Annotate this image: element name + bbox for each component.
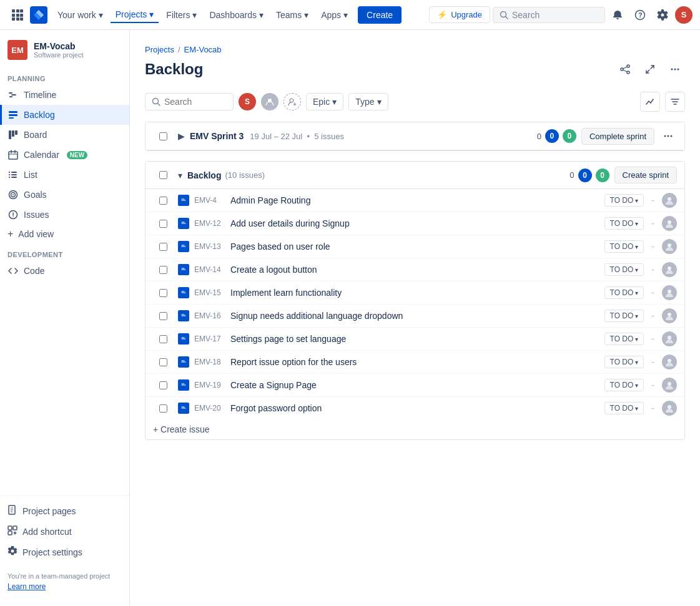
- svg-rect-45: [8, 531, 12, 535]
- global-search[interactable]: Search: [493, 7, 605, 23]
- status-badge[interactable]: TO DO ▾: [604, 310, 644, 322]
- share-button[interactable]: [615, 59, 635, 79]
- status-badge[interactable]: TO DO ▾: [604, 379, 644, 391]
- avatar[interactable]: [662, 262, 677, 277]
- nav-dashboards[interactable]: Dashboards ▾: [204, 7, 269, 22]
- chart-button[interactable]: [640, 92, 660, 112]
- backlog-select-all[interactable]: [159, 171, 167, 179]
- project-type: Software project: [34, 51, 83, 59]
- issue-name[interactable]: Create a Signup Page: [230, 380, 599, 390]
- sidebar-item-board[interactable]: Board: [0, 125, 129, 145]
- table-row: EMV-13 Pages based on user role TO DO ▾ …: [145, 235, 684, 258]
- issue-name[interactable]: Signup needs additional language dropdow…: [230, 311, 599, 321]
- status-badge[interactable]: TO DO ▾: [604, 286, 644, 299]
- project-settings-button[interactable]: Project settings: [0, 542, 129, 562]
- status-badge[interactable]: TO DO ▾: [604, 194, 644, 207]
- status-badge[interactable]: TO DO ▾: [604, 356, 644, 368]
- backlog-section-header[interactable]: ▾ Backlog (10 issues) 0 0 0 Create sprin…: [145, 162, 684, 189]
- upgrade-button[interactable]: ⚡ Upgrade: [429, 6, 490, 23]
- sidebar-item-calendar[interactable]: Calendar NEW: [0, 145, 129, 165]
- nav-filters[interactable]: Filters ▾: [161, 7, 202, 22]
- user-avatar[interactable]: S: [675, 6, 693, 24]
- avatar[interactable]: [662, 354, 677, 369]
- svg-rect-17: [9, 111, 17, 113]
- breadcrumb-projects[interactable]: Projects: [145, 45, 174, 54]
- issue-name[interactable]: Pages based on user role: [230, 242, 599, 252]
- issue-checkbox[interactable]: [159, 381, 167, 389]
- svg-point-69: [671, 135, 673, 137]
- issue-checkbox[interactable]: [159, 220, 167, 228]
- team-avatar-filter[interactable]: [261, 93, 279, 110]
- avatar[interactable]: [662, 239, 677, 254]
- project-pages-button[interactable]: Project pages: [0, 501, 129, 521]
- user-avatar-filter[interactable]: S: [239, 93, 256, 110]
- status-badge[interactable]: TO DO ▾: [604, 333, 644, 345]
- create-sprint-button[interactable]: Create sprint: [614, 167, 677, 183]
- more-button[interactable]: [665, 59, 685, 79]
- story-icon: [178, 333, 189, 345]
- avatar[interactable]: [662, 216, 677, 231]
- epic-filter[interactable]: Epic ▾: [306, 93, 343, 110]
- sidebar-item-goals[interactable]: Goals: [0, 185, 129, 205]
- help-icon[interactable]: ?: [630, 5, 650, 25]
- sidebar-item-list[interactable]: List: [0, 165, 129, 185]
- nav-teams[interactable]: Teams ▾: [271, 7, 313, 22]
- sidebar-item-backlog[interactable]: Backlog: [0, 105, 129, 125]
- issue-id: EMV-4: [194, 196, 225, 205]
- status-badge[interactable]: TO DO ▾: [604, 402, 644, 414]
- expand-button[interactable]: [640, 59, 660, 79]
- issue-id: EMV-14: [194, 265, 225, 274]
- sprint-select-all[interactable]: [159, 132, 167, 140]
- issue-checkbox[interactable]: [159, 266, 167, 274]
- issue-name[interactable]: Settings page to set language: [230, 334, 599, 344]
- svg-rect-4: [16, 14, 19, 17]
- settings-icon[interactable]: [653, 5, 673, 25]
- avatar[interactable]: [662, 308, 677, 323]
- nav-your-work[interactable]: Your work ▾: [52, 7, 108, 22]
- issue-name[interactable]: Report issue option for the users: [230, 357, 599, 367]
- issue-name[interactable]: Forgot password option: [230, 403, 599, 413]
- avatar[interactable]: [662, 401, 677, 416]
- issue-checkbox[interactable]: [159, 243, 167, 251]
- create-button[interactable]: Create: [358, 6, 402, 24]
- issue-checkbox[interactable]: [159, 358, 167, 366]
- issue-checkbox[interactable]: [159, 404, 167, 413]
- issue-checkbox[interactable]: [159, 289, 167, 297]
- nav-projects[interactable]: Projects ▾: [111, 7, 159, 23]
- settings-filter-button[interactable]: [665, 92, 685, 112]
- breadcrumb-project-name[interactable]: EM-Vocab: [184, 45, 222, 54]
- type-filter[interactable]: Type ▾: [348, 93, 388, 110]
- sidebar-item-timeline[interactable]: Timeline: [0, 85, 129, 105]
- add-member-button[interactable]: [283, 93, 301, 110]
- status-badge[interactable]: TO DO ▾: [604, 217, 644, 230]
- sprint-header[interactable]: ▶ EMV Sprint 3 19 Jul – 22 Jul • 5 issue…: [145, 122, 684, 150]
- status-badge[interactable]: TO DO ▾: [604, 240, 644, 253]
- issue-id: EMV-15: [194, 288, 225, 297]
- issue-name[interactable]: Create a logout button: [230, 265, 599, 275]
- sidebar-item-code[interactable]: Code: [0, 261, 129, 281]
- add-shortcut-button[interactable]: Add shortcut: [0, 521, 129, 542]
- issue-name[interactable]: Admin Page Routing: [230, 195, 599, 205]
- notifications-icon[interactable]: [608, 5, 628, 25]
- avatar[interactable]: [662, 378, 677, 393]
- create-issue-button[interactable]: + Create issue: [145, 419, 684, 439]
- status-badge[interactable]: TO DO ▾: [604, 263, 644, 276]
- complete-sprint-button[interactable]: Complete sprint: [581, 128, 654, 145]
- issue-checkbox[interactable]: [159, 197, 167, 205]
- backlog-search[interactable]: [145, 93, 234, 110]
- jira-logo[interactable]: [30, 6, 47, 24]
- sidebar-item-issues[interactable]: Issues: [0, 205, 129, 225]
- sprint-more-button[interactable]: [659, 127, 677, 145]
- avatar[interactable]: [662, 331, 677, 346]
- avatar[interactable]: [662, 285, 677, 300]
- nav-apps[interactable]: Apps ▾: [316, 7, 353, 22]
- issue-name[interactable]: Implement learn functionality: [230, 288, 599, 298]
- avatar[interactable]: [662, 193, 677, 208]
- learn-more-link[interactable]: Learn more: [0, 581, 129, 596]
- add-view-button[interactable]: + Add view: [0, 225, 129, 243]
- grid-icon[interactable]: [7, 5, 27, 25]
- issue-checkbox[interactable]: [159, 312, 167, 320]
- issue-name[interactable]: Add user details during Signup: [230, 218, 599, 228]
- issue-checkbox[interactable]: [159, 335, 167, 343]
- search-input[interactable]: [164, 97, 227, 107]
